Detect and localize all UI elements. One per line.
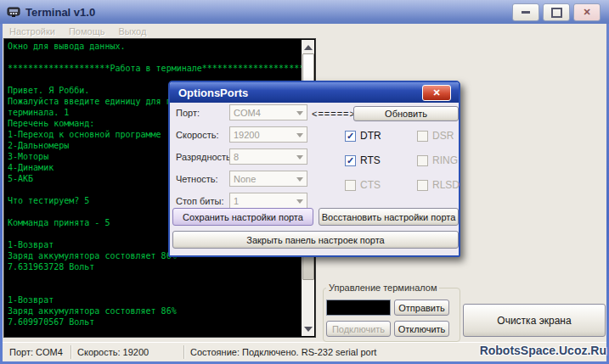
serial-port-icon xyxy=(7,6,20,18)
menu-item-exit[interactable]: Выход xyxy=(111,25,153,37)
command-input[interactable] xyxy=(326,300,391,316)
dialog-close-icon: ✕ xyxy=(432,87,440,98)
terminal-control-group-label: Управление терминалом xyxy=(326,283,439,293)
save-port-settings-button[interactable]: Сохранить настройки порта xyxy=(172,208,313,226)
status-state: Состояние: Подключено. RS-232 serial por… xyxy=(190,347,376,357)
maximize-button[interactable] xyxy=(543,3,570,21)
watermark: RobotsSpace.Ucoz.Ru xyxy=(480,344,606,357)
checkbox-icon xyxy=(417,131,428,142)
send-button[interactable]: Отправить xyxy=(394,300,449,316)
chevron-down-icon xyxy=(296,177,303,182)
ring-checkbox: RING xyxy=(417,154,458,166)
close-port-panel-button[interactable]: Закрыть панель настроек порта xyxy=(172,231,459,249)
stopbits-select[interactable]: 1 xyxy=(229,193,307,209)
options-ports-dialog: OptionsPorts ✕ Порт: COM4 <=====> Обнови… xyxy=(168,81,460,257)
window-title: Terminal v1.0 xyxy=(25,6,95,19)
maximize-icon xyxy=(551,8,562,18)
port-label: Порт: xyxy=(176,108,200,118)
scroll-down-icon[interactable] xyxy=(304,327,313,332)
dialog-title: OptionsPorts xyxy=(178,87,248,99)
minimize-icon xyxy=(522,11,530,14)
port-select[interactable]: COM4 xyxy=(229,104,307,120)
speed-select[interactable]: 19200 xyxy=(229,126,307,143)
chevron-down-icon xyxy=(296,199,303,204)
status-separator xyxy=(183,345,185,359)
close-icon: ✕ xyxy=(583,7,590,18)
parity-label: Четность: xyxy=(176,174,218,184)
checkbox-check-icon[interactable]: ✓ xyxy=(345,155,356,166)
chevron-down-icon xyxy=(296,155,303,160)
minimize-button[interactable] xyxy=(512,3,539,21)
rlsd-checkbox: RLSD xyxy=(417,179,460,191)
speed-label: Скорость: xyxy=(176,130,219,140)
dialog-body: Порт: COM4 <=====> Обновить Скорость: 19… xyxy=(170,103,459,255)
menu-item-help[interactable]: Помощь xyxy=(62,25,112,37)
scroll-up-icon[interactable] xyxy=(304,45,313,50)
status-port: Порт: COM4 xyxy=(9,347,63,357)
disconnect-button[interactable]: Отключить xyxy=(394,321,449,337)
menu-item-settings[interactable]: Настройки xyxy=(3,25,62,37)
stopbits-label: Стоп биты: xyxy=(176,196,223,206)
menu-bar: Настройки Помощь Выход xyxy=(3,24,606,38)
checkbox-icon xyxy=(417,155,428,166)
parity-select[interactable]: None xyxy=(229,171,307,187)
clear-screen-button[interactable]: Очистка экрана xyxy=(463,304,606,337)
checkbox-check-icon[interactable]: ✓ xyxy=(345,131,356,142)
dialog-close-button[interactable]: ✕ xyxy=(422,85,451,101)
databits-select[interactable]: 8 xyxy=(229,148,307,165)
restore-port-settings-button[interactable]: Восстановить настройки порта xyxy=(319,208,459,226)
connect-button: Подключить xyxy=(326,321,391,337)
status-speed: Скорость: 19200 xyxy=(77,347,149,357)
cts-checkbox: CTS xyxy=(345,179,381,191)
application-window: Terminal v1.0 ✕ Настройки Помощь Выход О… xyxy=(0,0,609,364)
dtr-checkbox[interactable]: ✓ DTR xyxy=(345,130,381,142)
databits-label: Разрядность: xyxy=(176,152,234,162)
window-titlebar[interactable]: Terminal v1.0 ✕ xyxy=(0,0,609,24)
refresh-button[interactable]: Обновить xyxy=(353,106,459,121)
checkbox-icon xyxy=(345,180,356,191)
status-separator xyxy=(70,345,72,359)
dialog-titlebar[interactable]: OptionsPorts xyxy=(170,82,459,103)
close-button[interactable]: ✕ xyxy=(573,3,601,21)
chevron-down-icon xyxy=(296,133,303,137)
rts-checkbox[interactable]: ✓ RTS xyxy=(345,154,381,166)
arrow-text: <=====> xyxy=(312,109,356,119)
chevron-down-icon xyxy=(296,111,303,115)
dsr-checkbox: DSR xyxy=(417,130,454,142)
checkbox-icon xyxy=(417,180,428,191)
